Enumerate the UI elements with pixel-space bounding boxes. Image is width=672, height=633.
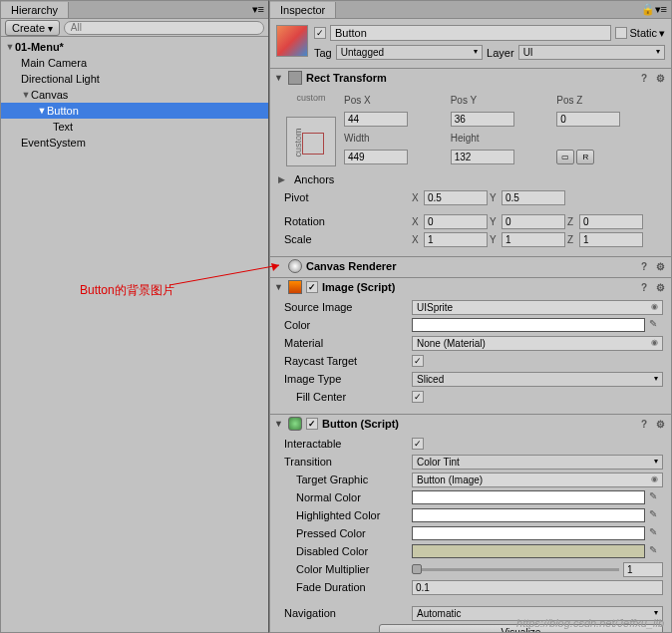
- button-component: ▼ ✓ Button (Script) ?⚙ Interactable✓ Tra…: [270, 414, 671, 632]
- color-multiplier-field[interactable]: [623, 562, 663, 577]
- eyedropper-icon[interactable]: ✎: [649, 490, 663, 504]
- lock-icon[interactable]: 🔒▾≡: [641, 3, 667, 16]
- raw-edit-button[interactable]: R: [576, 150, 594, 164]
- gear-icon[interactable]: ⚙: [653, 259, 667, 273]
- enable-checkbox[interactable]: ✓: [306, 281, 318, 293]
- tree-row[interactable]: Text: [1, 119, 268, 135]
- hierarchy-tab-bar: Hierarchy ▾≡: [1, 1, 268, 19]
- eyedropper-icon[interactable]: ✎: [649, 544, 663, 558]
- tree-row[interactable]: Directional Light: [1, 71, 268, 87]
- layer-dropdown[interactable]: UI: [518, 45, 665, 60]
- gear-icon[interactable]: ⚙: [653, 280, 667, 294]
- help-icon[interactable]: ?: [637, 71, 651, 85]
- foldout-icon[interactable]: ▼: [37, 106, 47, 116]
- pivot-label: Pivot: [278, 191, 408, 203]
- active-checkbox[interactable]: ✓: [314, 27, 326, 39]
- sc-x-field[interactable]: [424, 232, 488, 247]
- raycast-label: Raycast Target: [278, 355, 408, 367]
- gameobject-icon[interactable]: [276, 25, 308, 57]
- raycast-checkbox[interactable]: ✓: [412, 355, 424, 367]
- foldout-icon[interactable]: ▼: [274, 73, 284, 83]
- disabled-color-field[interactable]: [412, 544, 645, 558]
- layer-label: Layer: [487, 47, 514, 59]
- panel-menu-icon[interactable]: ▾≡: [252, 3, 264, 16]
- enable-checkbox[interactable]: ✓: [306, 418, 318, 430]
- pressed-color-field[interactable]: [412, 526, 645, 540]
- posx-field[interactable]: [344, 112, 408, 127]
- highlighted-color-field[interactable]: [412, 508, 645, 522]
- help-icon[interactable]: ?: [637, 417, 651, 431]
- interactable-checkbox[interactable]: ✓: [412, 438, 424, 450]
- sc-z-field[interactable]: [579, 232, 643, 247]
- posz-field[interactable]: [556, 112, 620, 127]
- tag-dropdown[interactable]: Untagged: [336, 45, 483, 60]
- help-icon[interactable]: ?: [637, 259, 651, 273]
- tag-label: Tag: [314, 47, 332, 59]
- inspector-tab[interactable]: Inspector: [270, 2, 336, 18]
- foldout-icon[interactable]: ▼: [21, 90, 31, 100]
- width-field[interactable]: [344, 150, 408, 164]
- transition-label: Transition: [278, 456, 408, 468]
- rot-y-field[interactable]: [502, 214, 565, 229]
- fill-center-checkbox[interactable]: ✓: [412, 391, 424, 403]
- hierarchy-tab[interactable]: Hierarchy: [1, 2, 69, 18]
- blueprint-button[interactable]: ▭: [556, 150, 574, 164]
- rot-x-field[interactable]: [424, 214, 488, 229]
- color-field[interactable]: [412, 318, 645, 332]
- sc-y-field[interactable]: [502, 232, 565, 247]
- foldout-icon[interactable]: ▼: [5, 42, 15, 52]
- image-component: ▼ ✓ Image (Script) ?⚙ Source ImageUISpri…: [270, 277, 671, 412]
- pressed-color-label: Pressed Color: [278, 527, 408, 539]
- pivot-y-field[interactable]: [502, 190, 565, 205]
- component-title: Button (Script): [322, 418, 399, 430]
- eyedropper-icon[interactable]: ✎: [649, 526, 663, 540]
- disabled-color-label: Disabled Color: [278, 545, 408, 557]
- height-label: Height: [451, 133, 549, 144]
- foldout-icon[interactable]: ▶: [278, 174, 290, 184]
- gear-icon[interactable]: ⚙: [653, 417, 667, 431]
- gear-icon[interactable]: ⚙: [653, 71, 667, 85]
- image-type-dropdown[interactable]: Sliced: [412, 372, 663, 387]
- tree-row[interactable]: EventSystem: [1, 135, 268, 151]
- anchor-preset-label: custom: [286, 93, 336, 103]
- tree-row[interactable]: Main Camera: [1, 55, 268, 71]
- height-field[interactable]: [451, 150, 514, 164]
- help-icon[interactable]: ?: [637, 280, 651, 294]
- name-field[interactable]: [330, 25, 611, 41]
- static-checkbox[interactable]: Static ▾: [615, 27, 665, 40]
- component-title: Image (Script): [322, 281, 395, 293]
- fade-duration-field[interactable]: [412, 580, 663, 595]
- rect-transform-component: ▼ Rect Transform ?⚙ custom custom Pos X …: [270, 68, 671, 254]
- transition-dropdown[interactable]: Color Tint: [412, 455, 663, 470]
- image-icon: [288, 280, 302, 294]
- interactable-label: Interactable: [278, 438, 408, 450]
- posy-field[interactable]: [451, 112, 514, 127]
- color-multiplier-label: Color Multiplier: [278, 563, 408, 575]
- material-field[interactable]: None (Material): [412, 336, 663, 351]
- image-type-label: Image Type: [278, 373, 408, 385]
- normal-color-field[interactable]: [412, 490, 645, 504]
- rot-z-field[interactable]: [579, 214, 643, 229]
- eyedropper-icon[interactable]: ✎: [649, 318, 663, 332]
- foldout-icon[interactable]: ▼: [274, 282, 284, 292]
- tree-row[interactable]: ▼Canvas: [1, 87, 268, 103]
- inspector-tab-bar: Inspector 🔒▾≡: [270, 1, 671, 19]
- posy-label: Pos Y: [451, 95, 549, 106]
- highlighted-color-label: Highlighted Color: [278, 509, 408, 521]
- anchor-preset-button[interactable]: custom: [286, 117, 336, 166]
- hierarchy-search-input[interactable]: [64, 21, 264, 35]
- scene-row[interactable]: ▼01-Menu*: [1, 39, 268, 55]
- target-graphic-field[interactable]: Button (Image): [412, 473, 663, 487]
- normal-color-label: Normal Color: [278, 491, 408, 503]
- material-label: Material: [278, 337, 408, 349]
- source-image-field[interactable]: UISprite: [412, 300, 663, 315]
- tree-row-selected[interactable]: ▼Button: [1, 103, 268, 119]
- canvas-renderer-component: ▼ Canvas Renderer ?⚙: [270, 256, 671, 275]
- eyedropper-icon[interactable]: ✎: [649, 508, 663, 522]
- foldout-icon[interactable]: ▼: [274, 419, 284, 429]
- pivot-x-field[interactable]: [424, 190, 488, 205]
- color-multiplier-slider[interactable]: [412, 568, 619, 571]
- target-graphic-label: Target Graphic: [278, 474, 408, 485]
- hierarchy-toolbar: Create ▾: [1, 19, 268, 37]
- create-button[interactable]: Create ▾: [5, 20, 60, 36]
